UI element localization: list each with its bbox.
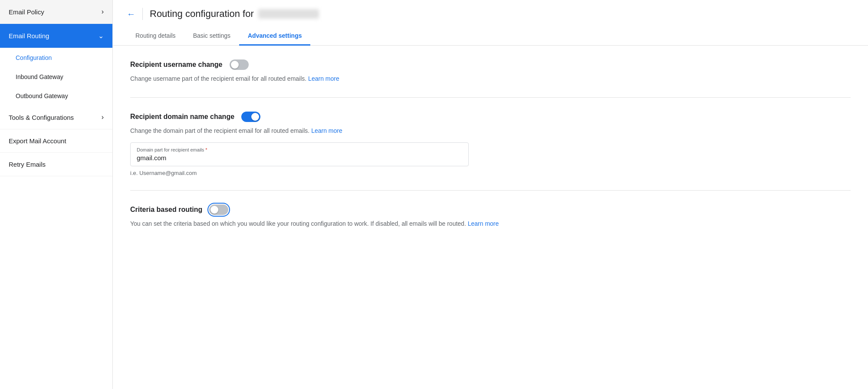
sidebar-item-email-routing-label: Email Routing bbox=[9, 32, 49, 40]
page-title: Routing configuration for bbox=[150, 8, 319, 20]
tabs: Routing details Basic settings Advanced … bbox=[127, 27, 854, 45]
page-title-domain bbox=[258, 9, 319, 19]
tab-routing-details[interactable]: Routing details bbox=[127, 27, 184, 46]
section-title-criteria-routing: Criteria based routing bbox=[130, 206, 202, 214]
domain-field-label: Domain part for recipient emails * bbox=[137, 147, 462, 152]
tab-basic-settings[interactable]: Basic settings bbox=[184, 27, 239, 46]
sidebar-section-email-routing: Email Routing ⌄ Configuration Inbound Ga… bbox=[0, 24, 112, 105]
sidebar-item-retry-emails[interactable]: Retry Emails bbox=[0, 153, 112, 176]
sidebar-subitem-outbound-gateway[interactable]: Outbound Gateway bbox=[0, 86, 112, 105]
toggle-criteria-routing-slider bbox=[209, 204, 228, 215]
sidebar-item-retry-emails-label: Retry Emails bbox=[9, 161, 46, 168]
domain-field-input[interactable] bbox=[137, 154, 462, 162]
section-criteria-based-routing: Criteria based routing You can set the c… bbox=[130, 204, 851, 242]
header: ← Routing configuration for Routing deta… bbox=[113, 0, 868, 46]
learn-more-criteria-routing[interactable]: Learn more bbox=[468, 220, 499, 227]
learn-more-domain-change[interactable]: Learn more bbox=[311, 127, 342, 134]
sidebar-item-tools-configurations-label: Tools & Configurations bbox=[9, 114, 74, 121]
chevron-down-icon: ⌄ bbox=[98, 32, 104, 40]
back-button[interactable]: ← bbox=[127, 9, 135, 19]
section-header-username-change: Recipient username change bbox=[130, 59, 851, 70]
toggle-recipient-domain-slider bbox=[241, 112, 260, 122]
field-required-marker: * bbox=[205, 147, 207, 152]
sidebar-subitem-configuration[interactable]: Configuration bbox=[0, 48, 112, 67]
sidebar-subitem-outbound-gateway-label: Outbound Gateway bbox=[16, 92, 68, 99]
sidebar-item-email-policy[interactable]: Email Policy › bbox=[0, 0, 112, 24]
toggle-recipient-username-slider bbox=[230, 59, 249, 70]
domain-field-wrapper: Domain part for recipient emails * bbox=[130, 142, 469, 166]
sidebar-item-email-policy-label: Email Policy bbox=[9, 8, 44, 16]
section-recipient-username-change: Recipient username change Change usernam… bbox=[130, 59, 851, 98]
sidebar-subitem-configuration-label: Configuration bbox=[16, 54, 52, 61]
sidebar-item-email-routing[interactable]: Email Routing ⌄ bbox=[0, 24, 112, 48]
section-desc-criteria-routing: You can set the criteria based on which … bbox=[130, 219, 851, 228]
main-content: ← Routing configuration for Routing deta… bbox=[113, 0, 868, 389]
sidebar-item-export-mail-account[interactable]: Export Mail Account bbox=[0, 129, 112, 153]
sidebar-subitem-inbound-gateway[interactable]: Inbound Gateway bbox=[0, 67, 112, 86]
toggle-recipient-domain[interactable] bbox=[241, 112, 260, 122]
section-recipient-domain-change: Recipient domain name change Change the … bbox=[130, 112, 851, 191]
domain-field-hint: i.e. Username@gmail.com bbox=[130, 170, 851, 176]
learn-more-username-change[interactable]: Learn more bbox=[308, 75, 339, 82]
sidebar: Email Policy › Email Routing ⌄ Configura… bbox=[0, 0, 113, 389]
page-title-prefix: Routing configuration for bbox=[150, 8, 254, 20]
tab-advanced-settings[interactable]: Advanced settings bbox=[239, 27, 310, 46]
section-title-domain-change: Recipient domain name change bbox=[130, 113, 234, 121]
toggle-recipient-username[interactable] bbox=[230, 59, 249, 70]
section-title-username-change: Recipient username change bbox=[130, 61, 223, 69]
section-header-criteria-routing: Criteria based routing bbox=[130, 204, 851, 215]
section-desc-domain-change: Change the domain part of the recipient … bbox=[130, 126, 851, 135]
header-top: ← Routing configuration for bbox=[127, 8, 854, 20]
chevron-right-icon-tools: › bbox=[102, 113, 104, 121]
chevron-right-icon: › bbox=[102, 8, 104, 16]
sidebar-item-export-mail-account-label: Export Mail Account bbox=[9, 137, 66, 145]
section-desc-username-change: Change username part of the recipient em… bbox=[130, 74, 851, 83]
sidebar-item-tools-configurations[interactable]: Tools & Configurations › bbox=[0, 105, 112, 129]
content-area: Recipient username change Change usernam… bbox=[113, 46, 868, 389]
section-header-domain-change: Recipient domain name change bbox=[130, 112, 851, 122]
toggle-criteria-routing[interactable] bbox=[209, 204, 228, 215]
header-divider bbox=[142, 8, 143, 20]
sidebar-subitem-inbound-gateway-label: Inbound Gateway bbox=[16, 73, 63, 80]
